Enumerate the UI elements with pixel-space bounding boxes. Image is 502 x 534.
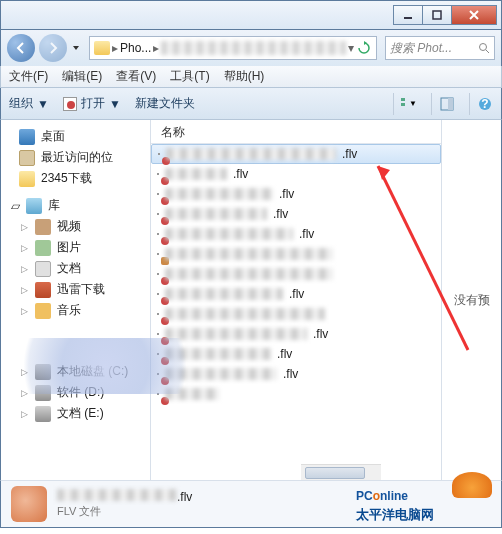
- new-folder-label: 新建文件夹: [135, 95, 195, 112]
- filename-blurred: [165, 368, 277, 380]
- breadcrumb-sep: ▸: [153, 41, 159, 55]
- chevron-down-icon: [72, 44, 80, 52]
- new-folder-button[interactable]: 新建文件夹: [135, 95, 195, 112]
- arrow-left-icon: [14, 41, 28, 55]
- svg-rect-3: [401, 98, 405, 101]
- flv-icon: [157, 293, 159, 295]
- expand-icon[interactable]: ▷: [19, 264, 29, 274]
- flv-icon: [157, 373, 159, 375]
- organize-button[interactable]: 组织 ▼: [9, 95, 49, 112]
- refresh-icon[interactable]: [356, 40, 372, 56]
- minimize-button[interactable]: [393, 5, 423, 25]
- file-row[interactable]: [151, 244, 441, 264]
- file-row[interactable]: [151, 264, 441, 284]
- help-button[interactable]: ?: [469, 93, 493, 115]
- flv-icon: [63, 97, 77, 111]
- filename-blurred: [165, 248, 333, 260]
- main-area: 桌面 最近访问的位 2345下载 ▱库 ▷视频 ▷图片 ▷文档 ▷迅雷下载 ▷音…: [0, 120, 502, 480]
- tree-doc[interactable]: ▷文档: [1, 258, 150, 279]
- horizontal-scrollbar[interactable]: [301, 464, 381, 480]
- tree-disk-e[interactable]: ▷文档 (E:): [1, 403, 150, 424]
- expand-icon[interactable]: ▷: [19, 285, 29, 295]
- collapse-icon[interactable]: ▱: [11, 199, 20, 213]
- file-row[interactable]: .flv: [151, 344, 441, 364]
- scrollbar-thumb[interactable]: [305, 467, 365, 479]
- filename-blurred: [165, 208, 267, 220]
- tree-label: 2345下载: [41, 170, 92, 187]
- tree-2345[interactable]: 2345下载: [1, 168, 150, 189]
- file-ext: .flv: [283, 367, 298, 381]
- expand-icon[interactable]: ▷: [19, 388, 29, 398]
- search-icon: [478, 42, 490, 54]
- chevron-down-icon: ▼: [109, 97, 121, 111]
- file-ext: .flv: [313, 327, 328, 341]
- forward-button[interactable]: [39, 34, 67, 62]
- preview-pane-button[interactable]: [431, 93, 455, 115]
- file-row[interactable]: .flv: [151, 144, 441, 164]
- menu-edit[interactable]: 编辑(E): [62, 68, 102, 85]
- flv-icon: [157, 193, 159, 195]
- tree-image[interactable]: ▷图片: [1, 237, 150, 258]
- expand-icon[interactable]: ▷: [19, 306, 29, 316]
- file-row[interactable]: .flv: [151, 164, 441, 184]
- xunlei-icon: [35, 282, 51, 298]
- svg-rect-1: [433, 11, 441, 19]
- arrow-right-icon: [46, 41, 60, 55]
- tree-disk-c[interactable]: ▷本地磁盘 (C:): [1, 361, 150, 382]
- file-row[interactable]: .flv: [151, 204, 441, 224]
- tree-lib-header[interactable]: ▱库: [1, 189, 150, 216]
- file-row[interactable]: [151, 384, 441, 404]
- filename-blurred: [165, 308, 325, 320]
- svg-rect-0: [404, 17, 412, 19]
- file-thumbnail: [11, 486, 47, 522]
- selected-file-name: .flv: [57, 489, 192, 504]
- history-dropdown[interactable]: [71, 38, 81, 58]
- svg-point-2: [480, 44, 487, 51]
- music-icon: [35, 303, 51, 319]
- breadcrumb[interactable]: ▸ Pho... ▸ ▾: [89, 36, 377, 60]
- selected-file-type: FLV 文件: [57, 504, 192, 519]
- column-header-name[interactable]: 名称: [151, 120, 441, 144]
- file-ext: .flv: [289, 287, 304, 301]
- tree-xunlei[interactable]: ▷迅雷下载: [1, 279, 150, 300]
- tree-desktop[interactable]: 桌面: [1, 126, 150, 147]
- close-button[interactable]: [451, 5, 497, 25]
- expand-icon[interactable]: ▷: [19, 409, 29, 419]
- breadcrumb-dropdown[interactable]: ▾: [348, 41, 354, 55]
- view-mode-button[interactable]: ▼: [393, 93, 417, 115]
- tree-music[interactable]: ▷音乐: [1, 300, 150, 321]
- folder-icon: [94, 41, 110, 55]
- expand-icon[interactable]: ▷: [19, 367, 29, 377]
- file-row[interactable]: .flv: [151, 224, 441, 244]
- tree-label: 视频: [57, 218, 81, 235]
- expand-icon[interactable]: ▷: [19, 243, 29, 253]
- file-row[interactable]: [151, 304, 441, 324]
- filename-blurred: [165, 348, 271, 360]
- menu-help[interactable]: 帮助(H): [224, 68, 265, 85]
- file-ext: .flv: [277, 347, 292, 361]
- tree-video[interactable]: ▷视频: [1, 216, 150, 237]
- chevron-down-icon: ▼: [409, 99, 417, 108]
- search-input[interactable]: 搜索 Phot...: [385, 36, 495, 60]
- tree-recent[interactable]: 最近访问的位: [1, 147, 150, 168]
- menu-view[interactable]: 查看(V): [116, 68, 156, 85]
- menu-tools[interactable]: 工具(T): [170, 68, 209, 85]
- expand-icon[interactable]: ▷: [19, 222, 29, 232]
- menu-file[interactable]: 文件(F): [9, 68, 48, 85]
- file-row[interactable]: .flv: [151, 324, 441, 344]
- help-icon: ?: [478, 97, 492, 111]
- file-row[interactable]: .flv: [151, 184, 441, 204]
- file-row[interactable]: .flv: [151, 364, 441, 384]
- titlebar: [0, 0, 502, 30]
- file-ext: .flv: [233, 167, 248, 181]
- maximize-button[interactable]: [422, 5, 452, 25]
- open-button[interactable]: 打开 ▼: [63, 95, 121, 112]
- file-row[interactable]: .flv: [151, 284, 441, 304]
- file-ext: .flv: [273, 207, 288, 221]
- flv-icon: [157, 233, 159, 235]
- back-button[interactable]: [7, 34, 35, 62]
- tree-disk-d[interactable]: ▷软件 (D:): [1, 382, 150, 403]
- breadcrumb-folder[interactable]: Pho...: [120, 41, 151, 55]
- nav-tree: 桌面 最近访问的位 2345下载 ▱库 ▷视频 ▷图片 ▷文档 ▷迅雷下载 ▷音…: [1, 120, 151, 480]
- maximize-icon: [431, 9, 443, 21]
